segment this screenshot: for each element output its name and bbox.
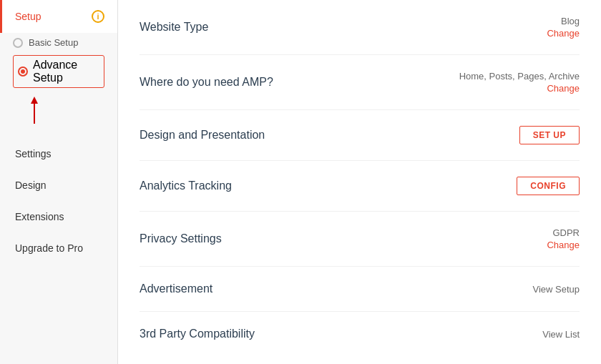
- advance-setup-wrapper[interactable]: Advance Setup: [13, 55, 104, 88]
- sidebar-item-settings[interactable]: Settings: [0, 138, 117, 169]
- privacy-settings-right: GDPR Change: [494, 227, 580, 250]
- website-type-label: Website Type: [140, 21, 208, 34]
- advance-setup-label: Advance Setup: [33, 59, 99, 84]
- sidebar-item-design[interactable]: Design: [0, 169, 117, 201]
- sidebar-design-label: Design: [15, 179, 47, 191]
- row-privacy-settings: Privacy Settings GDPR Change: [140, 212, 580, 267]
- amp-need-change-link[interactable]: Change: [547, 83, 580, 94]
- sidebar-setup-subitems: Basic Setup Advance Setup: [0, 33, 117, 138]
- basic-setup-radio[interactable]: [13, 38, 23, 48]
- basic-setup-option[interactable]: Basic Setup: [13, 37, 104, 48]
- sidebar-upgrade-label: Upgrade to Pro: [15, 242, 83, 254]
- sidebar-extensions-label: Extensions: [15, 211, 64, 222]
- row-website-type: Website Type Blog Change: [140, 0, 580, 55]
- sidebar: Setup i Basic Setup Advance Setup Settin…: [0, 0, 118, 364]
- amp-need-label: Where do you need AMP?: [140, 76, 273, 89]
- analytics-tracking-label: Analytics Tracking: [140, 179, 232, 192]
- row-amp-need: Where do you need AMP? Home, Posts, Page…: [140, 55, 580, 110]
- privacy-settings-value: GDPR: [552, 227, 580, 238]
- advance-setup-radio[interactable]: [18, 67, 28, 77]
- sidebar-item-setup[interactable]: Setup i: [0, 0, 117, 33]
- privacy-settings-change-link[interactable]: Change: [547, 240, 580, 250]
- row-advertisement: Advertisement View Setup: [140, 267, 580, 312]
- website-type-change-link[interactable]: Change: [547, 28, 580, 39]
- advertisement-right: View Setup: [494, 284, 580, 295]
- 3rd-party-label: 3rd Party Compatibility: [140, 328, 255, 340]
- design-presentation-label: Design and Presentation: [140, 129, 265, 142]
- sidebar-setup-label: Setup: [15, 11, 41, 22]
- sidebar-item-extensions[interactable]: Extensions: [0, 201, 117, 232]
- basic-setup-label: Basic Setup: [29, 37, 78, 48]
- row-analytics-tracking: Analytics Tracking CONFIG: [140, 161, 580, 212]
- svg-marker-1: [31, 97, 38, 104]
- analytics-config-button[interactable]: CONFIG: [517, 177, 580, 195]
- website-type-value: Blog: [561, 16, 580, 26]
- privacy-settings-label: Privacy Settings: [140, 232, 222, 245]
- design-presentation-right: SET UP: [494, 126, 580, 144]
- row-3rd-party: 3rd Party Compatibility View List: [140, 312, 580, 356]
- main-content: Website Type Blog Change Where do you ne…: [118, 0, 601, 364]
- amp-need-value: Home, Posts, Pages, Archive: [459, 71, 580, 82]
- row-design-presentation: Design and Presentation SET UP: [140, 110, 580, 161]
- 3rd-party-view-list-link[interactable]: View List: [542, 329, 580, 340]
- advertisement-view-setup-link[interactable]: View Setup: [532, 284, 580, 295]
- advertisement-label: Advertisement: [140, 282, 212, 295]
- design-presentation-setup-button[interactable]: SET UP: [519, 126, 580, 144]
- sidebar-item-upgrade[interactable]: Upgrade to Pro: [0, 232, 117, 264]
- analytics-tracking-right: CONFIG: [494, 177, 580, 195]
- amp-need-right: Home, Posts, Pages, Archive Change: [459, 71, 580, 94]
- sidebar-settings-label: Settings: [15, 148, 52, 159]
- 3rd-party-right: View List: [494, 329, 580, 340]
- website-type-right: Blog Change: [494, 16, 580, 39]
- arrow-annotation: [27, 97, 104, 128]
- info-icon: i: [92, 10, 104, 23]
